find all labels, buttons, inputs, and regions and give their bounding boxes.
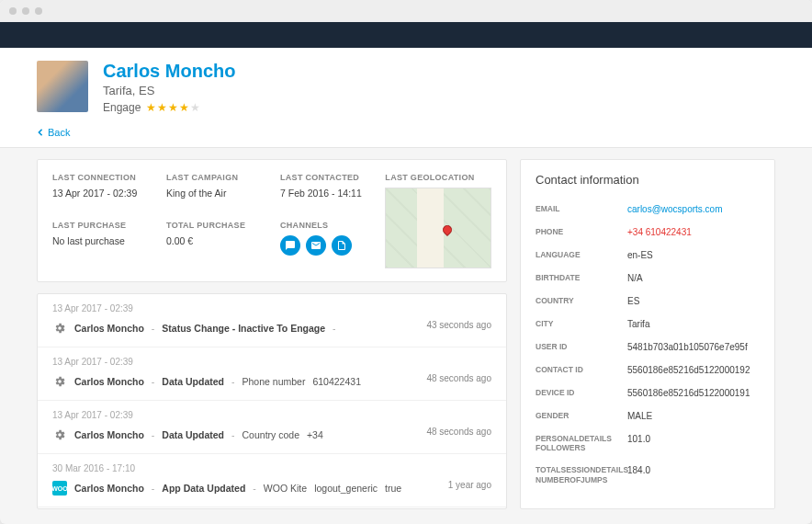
window-titlebar: [0, 0, 812, 22]
summary-label: LAST CONTACTED: [280, 173, 368, 182]
profile-location: Tarifa, ES: [103, 84, 235, 97]
contact-row: USER ID5481b703a01b105076e7e95f: [536, 336, 760, 359]
summary-label: LAST GEOLOCATION: [385, 173, 491, 182]
separator: -: [152, 376, 155, 387]
contact-row: PERSONALDETAILS FOLLOWERS101.0: [536, 427, 760, 459]
contact-title: Contact information: [536, 173, 760, 187]
separator: -: [231, 376, 235, 387]
timeline-field: WOO Kite: [264, 483, 307, 494]
timeline-card: 13 Apr 2017 - 02:39Carlos Moncho-Status …: [37, 293, 507, 509]
contact-row: CONTACT ID5560186e85216d5122000192: [536, 359, 760, 382]
summary-value: 7 Feb 2016 - 14:11: [280, 188, 368, 199]
app-icon: WOO: [52, 481, 67, 496]
timeline-value: logout_generic: [314, 483, 378, 494]
summary-value: 0.00 €: [166, 235, 264, 246]
summary-value: No last purchase: [52, 235, 150, 246]
contact-row: GENDERMALE: [536, 404, 760, 427]
window-dot: [9, 7, 17, 15]
gear-icon: [52, 374, 67, 389]
contact-value: MALE: [627, 411, 760, 421]
timeline-extra: true: [385, 483, 401, 494]
summary-label: LAST CAMPAIGN: [166, 173, 264, 182]
summary-cell-last-connection: LAST CONNECTION 13 Apr 2017 - 02:39: [52, 173, 150, 211]
note-icon[interactable]: [332, 235, 352, 256]
timeline-actor: Carlos Moncho: [74, 323, 144, 334]
summary-value: 13 Apr 2017 - 02:39: [52, 188, 150, 199]
timeline-row: Carlos Moncho-Data Updated-Country code+…: [52, 427, 491, 442]
timeline-event: App Data Updated: [162, 483, 245, 494]
contact-row: EMAILcarlos@wocsports.com: [536, 198, 760, 221]
timeline-row: WOOCarlos Moncho-App Data Updated-WOO Ki…: [52, 481, 491, 496]
contact-rows: EMAILcarlos@wocsports.comPHONE+34 610422…: [536, 198, 760, 491]
contact-row: LANGUAGEen-ES: [536, 244, 760, 267]
summary-label: LAST PURCHASE: [52, 221, 150, 230]
timeline-ago: 43 seconds ago: [426, 319, 491, 329]
timeline-event: Data Updated: [162, 376, 224, 387]
contact-row: BIRTHDATEN/A: [536, 267, 760, 290]
profile-engage: Engage ★★★★★: [103, 101, 235, 114]
contact-label: PHONE: [536, 227, 627, 237]
content-area: LAST CONNECTION 13 Apr 2017 - 02:39 LAST…: [0, 148, 812, 524]
map-thumbnail[interactable]: [385, 188, 491, 268]
timeline-item: 13 Apr 2017 - 02:39Carlos Moncho-Status …: [38, 294, 506, 347]
timeline-field: Country code: [242, 429, 299, 440]
contact-row: DEVICE ID5560186e85216d5122000191: [536, 382, 760, 404]
contact-row: PHONE+34 610422431: [536, 221, 760, 244]
separator: -: [231, 429, 235, 440]
timeline-item: 30 Mar 2016 - 17:10WOOCarlos Moncho-App …: [38, 454, 506, 507]
back-button[interactable]: Back: [37, 127, 70, 138]
summary-card: LAST CONNECTION 13 Apr 2017 - 02:39 LAST…: [37, 159, 507, 282]
chevron-left-icon: [37, 129, 44, 136]
separator: -: [152, 323, 155, 334]
timeline-actor: Carlos Moncho: [74, 483, 144, 494]
breadcrumb: Back: [0, 121, 812, 148]
contact-label: CITY: [536, 319, 627, 329]
contact-label: CONTACT ID: [536, 365, 627, 375]
timeline-event: Data Updated: [162, 429, 224, 440]
timeline-row: Carlos Moncho-Data Updated-Phone number6…: [52, 374, 491, 389]
timeline-ago: 1 year ago: [448, 479, 491, 489]
timeline-event: Status Change - Inactive To Engage: [162, 323, 325, 334]
mail-icon[interactable]: [306, 235, 326, 256]
main-column: LAST CONNECTION 13 Apr 2017 - 02:39 LAST…: [37, 159, 507, 509]
star-rating: ★★★★★: [146, 101, 201, 114]
timeline-value: 610422431: [312, 376, 361, 387]
separator: -: [152, 483, 155, 494]
contact-label: DEVICE ID: [536, 388, 627, 398]
summary-cell-channels: CHANNELS: [280, 221, 368, 268]
profile-name: Carlos Moncho: [103, 61, 235, 82]
contact-value: en-ES: [627, 250, 760, 260]
timeline-date: 13 Apr 2017 - 02:39: [52, 410, 491, 420]
timeline-actor: Carlos Moncho: [74, 429, 144, 440]
contact-card: Contact information EMAILcarlos@wocsport…: [520, 159, 775, 509]
timeline-date: 13 Apr 2017 - 02:39: [52, 357, 491, 367]
timeline-item: 13 Apr 2017 - 02:39Carlos Moncho-Data Up…: [38, 347, 506, 401]
contact-label: TOTALSESSIONDETAILS NUMBEROFJUMPS: [536, 465, 627, 484]
summary-label: CHANNELS: [280, 221, 368, 230]
contact-label: EMAIL: [536, 204, 627, 214]
contact-label: USER ID: [536, 342, 627, 352]
summary-cell-total-purchase: TOTAL PURCHASE 0.00 €: [166, 221, 264, 268]
timeline-ago: 48 seconds ago: [426, 426, 491, 436]
chat-icon[interactable]: [280, 235, 300, 256]
summary-label: LAST CONNECTION: [52, 173, 150, 182]
timeline-ago: 48 seconds ago: [426, 372, 491, 382]
window-dot: [22, 7, 29, 15]
contact-value: 5481b703a01b105076e7e95f: [627, 342, 760, 352]
contact-value: carlos@wocsports.com: [627, 204, 760, 214]
contact-value: 5560186e85216d5122000192: [627, 365, 760, 375]
separator: -: [333, 323, 336, 334]
summary-value: King of the Air: [166, 188, 264, 199]
contact-value: 101.0: [627, 434, 760, 452]
app-window: Carlos Moncho Tarifa, ES Engage ★★★★★ Ba…: [0, 0, 812, 524]
contact-value: +34 610422431: [627, 227, 760, 237]
profile-header: Carlos Moncho Tarifa, ES Engage ★★★★★: [0, 48, 812, 121]
profile-info: Carlos Moncho Tarifa, ES Engage ★★★★★: [103, 61, 235, 114]
map-pin-icon: [441, 222, 454, 235]
contact-value: Tarifa: [627, 319, 760, 329]
timeline-field: Phone number: [242, 376, 306, 387]
contact-value: N/A: [627, 273, 760, 283]
engage-label: Engage: [103, 101, 141, 114]
channels-list: [280, 235, 368, 256]
back-label: Back: [48, 127, 70, 138]
